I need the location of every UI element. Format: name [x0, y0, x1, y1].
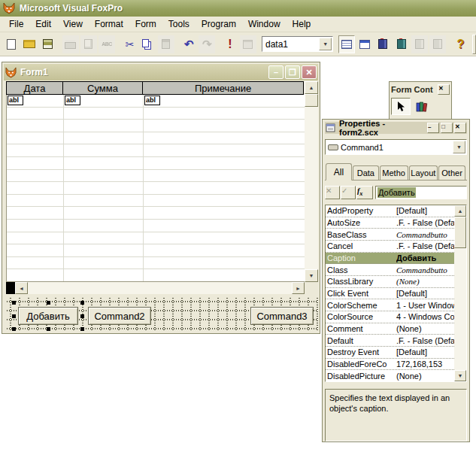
property-rows: AddProperty[Default]AutoSize.F. - False …	[326, 205, 454, 381]
form1-titlebar[interactable]: Form1 – ❐ ✕	[4, 64, 318, 80]
scroll-up-arrow-icon[interactable]: ▲	[454, 205, 466, 217]
property-value: (None)	[396, 324, 454, 333]
selection-handle[interactable]	[47, 301, 50, 305]
view-classes-button[interactable]	[412, 98, 432, 115]
property-row-classlibrary[interactable]: ClassLibrary(None)	[326, 276, 454, 288]
copy-button[interactable]	[140, 35, 156, 53]
menu-tools[interactable]: Tools	[162, 17, 196, 31]
selection-handle[interactable]	[12, 314, 16, 318]
data-environment-button[interactable]	[356, 35, 373, 53]
scroll-thumb[interactable]	[454, 217, 466, 248]
selection-handle[interactable]	[12, 301, 16, 305]
menu-program[interactable]: Program	[196, 17, 242, 31]
menu-format[interactable]: Format	[89, 17, 129, 31]
accept-edit-button[interactable]: ✓	[341, 186, 356, 199]
form-controls-titlebar[interactable]: Form Cont ✕	[391, 83, 450, 95]
form-controls-close-button[interactable]: ✕	[438, 84, 450, 95]
grid-column-header-2[interactable]: Сумма	[62, 81, 143, 95]
property-row-autosize[interactable]: AutoSize.F. - False (Defa	[326, 217, 454, 229]
combobox-dropdown-arrow-icon[interactable]: ▼	[453, 141, 465, 153]
foxpro-logo-icon	[3, 2, 15, 14]
selection-handle[interactable]	[12, 327, 16, 331]
form-design-surface[interactable]: ДобавитьCommand2Command3	[6, 297, 318, 332]
property-value-input[interactable]: Добавить	[375, 186, 467, 199]
form-button-1[interactable]: Добавить	[18, 307, 78, 325]
form1-maximize-button[interactable]: ❐	[285, 65, 300, 79]
selection-handle[interactable]	[80, 314, 84, 318]
property-row-colorscheme[interactable]: ColorScheme1 - User Window	[326, 299, 454, 311]
tab-other[interactable]: Other	[438, 165, 465, 180]
property-row-baseclass[interactable]: BaseClassCommandbutto	[326, 229, 454, 241]
menu-help[interactable]: Help	[287, 17, 317, 31]
property-row-default[interactable]: Default.F. - False (Defa	[326, 335, 454, 347]
property-row-addproperty[interactable]: AddProperty[Default]	[326, 205, 454, 217]
alias-combobox[interactable]: data1▼	[262, 36, 333, 52]
tab-data[interactable]: Data	[353, 165, 379, 180]
property-row-disabledpicture[interactable]: DisabledPicture(None)	[326, 370, 454, 382]
property-row-caption[interactable]: CaptionДобавить	[326, 253, 454, 265]
menu-edit[interactable]: Edit	[29, 17, 57, 31]
grid-body[interactable]: abl abl abl	[6, 95, 305, 282]
select-pointer-button[interactable]	[391, 98, 411, 115]
grid-vertical-scrollbar[interactable]: ▲ ▼	[305, 81, 318, 282]
textbox-control-marker[interactable]: abl	[8, 96, 23, 105]
form1-close-button[interactable]: ✕	[302, 65, 317, 79]
autoformat-builder-button[interactable]	[393, 35, 410, 53]
property-row-class[interactable]: ClassCommandbutto	[326, 264, 454, 276]
object-selector-combobox[interactable]: Command1 ▼	[325, 139, 467, 155]
property-row-click-event[interactable]: Click Event[Default]	[326, 288, 454, 300]
scroll-up-arrow-icon[interactable]: ▲	[305, 81, 318, 94]
open-file-button[interactable]	[21, 35, 38, 53]
grid-horizontal-scrollbar[interactable]: ◄ ►	[6, 282, 305, 294]
property-row-colorsource[interactable]: ColorSource4 - Windows Co	[326, 311, 454, 323]
tab-layout[interactable]: Layout	[409, 165, 438, 180]
properties-minimize-button[interactable]: –	[427, 123, 439, 133]
grid-column-header-3[interactable]: Примечание	[142, 81, 304, 95]
menu-view[interactable]: View	[57, 17, 89, 31]
property-name: Caption	[326, 253, 396, 262]
properties-maximize-button[interactable]: □	[441, 123, 453, 133]
run-button[interactable]: !	[222, 35, 238, 53]
form-button-2[interactable]: Command2	[88, 307, 151, 325]
new-file-button[interactable]	[3, 35, 20, 53]
selection-handle[interactable]	[47, 327, 50, 331]
cancel-edit-button[interactable]: ✕	[325, 186, 340, 199]
tab-all[interactable]: All	[326, 163, 352, 181]
properties-window-button[interactable]	[338, 35, 355, 53]
cut-button[interactable]: ✂	[121, 35, 138, 53]
scroll-down-arrow-icon[interactable]: ▼	[305, 269, 318, 282]
form1-minimize-button[interactable]: –	[268, 65, 283, 79]
scroll-thumb[interactable]	[305, 94, 318, 107]
menu-file[interactable]: File	[3, 17, 29, 31]
selection-handle[interactable]	[80, 327, 84, 331]
property-row-disabledforeco[interactable]: DisabledForeCo172,168,153	[326, 359, 454, 371]
scroll-left-arrow-icon[interactable]: ◄	[15, 282, 28, 294]
redo-button: ↷	[199, 35, 215, 53]
scroll-track[interactable]	[28, 282, 292, 294]
run-icon: !	[228, 38, 232, 50]
combobox-dropdown-arrow-icon[interactable]: ▼	[319, 38, 332, 50]
form-builder-button[interactable]	[374, 35, 391, 53]
save-button[interactable]	[39, 35, 56, 53]
property-value: Добавить	[396, 253, 454, 262]
undo-button[interactable]: ↶	[180, 35, 197, 53]
textbox-control-marker[interactable]: abl	[144, 96, 160, 105]
property-row-comment[interactable]: Comment(None)	[326, 323, 454, 335]
commandbutton-icon	[328, 144, 338, 150]
property-row-cancel[interactable]: Cancel.F. - False (Defa	[326, 241, 454, 253]
menu-window[interactable]: Window	[242, 17, 287, 31]
textbox-control-marker[interactable]: abl	[65, 96, 80, 105]
property-row-destroy-event[interactable]: Destroy Event[Default]	[326, 347, 454, 359]
selection-handle[interactable]	[80, 301, 84, 305]
form-button-3[interactable]: Command3	[250, 307, 314, 325]
tab-metho[interactable]: Metho	[380, 165, 408, 180]
properties-close-button[interactable]: ✕	[454, 123, 466, 133]
scroll-down-arrow-icon[interactable]: ▼	[454, 370, 466, 381]
scroll-right-arrow-icon[interactable]: ►	[292, 282, 305, 294]
help-button[interactable]: ?	[452, 35, 468, 53]
grid-column-header-1[interactable]: Дата	[6, 81, 63, 95]
properties-titlebar[interactable]: Properties - form2.scx – □ ✕	[325, 122, 467, 134]
expression-builder-button[interactable]: fx	[356, 186, 373, 199]
menu-form[interactable]: Form	[129, 17, 162, 31]
property-grid-scrollbar[interactable]: ▲ ▼	[454, 205, 466, 381]
